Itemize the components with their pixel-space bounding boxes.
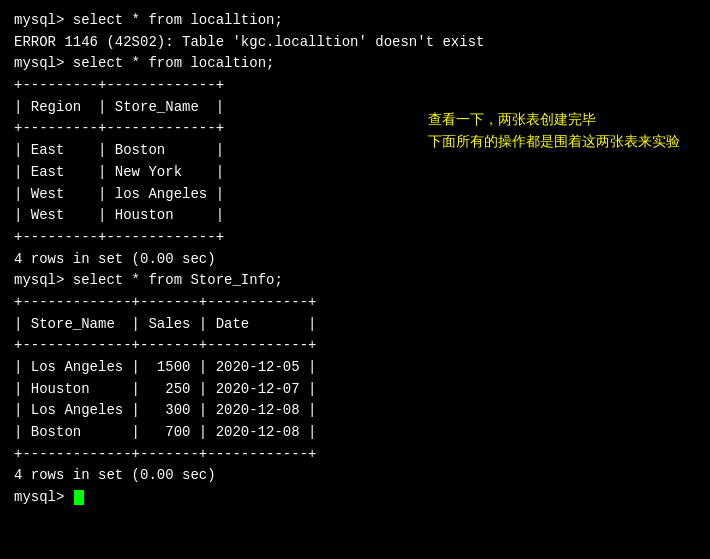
terminal-line: | Boston | 700 | 2020-12-08 |: [14, 422, 696, 444]
terminal-line: mysql> select * from localtion;: [14, 53, 696, 75]
terminal-line: +-------------+-------+------------+: [14, 292, 696, 314]
terminal-line: | Store_Name | Sales | Date |: [14, 314, 696, 336]
annotation-text: 查看一下，两张表创建完毕 下面所有的操作都是围着这两张表来实验: [428, 108, 680, 153]
terminal-line: | Los Angeles | 300 | 2020-12-08 |: [14, 400, 696, 422]
terminal-line: +---------+-------------+: [14, 227, 696, 249]
terminal-line: mysql> select * from Store_Info;: [14, 270, 696, 292]
terminal-line: | Houston | 250 | 2020-12-07 |: [14, 379, 696, 401]
terminal-line: mysql>: [14, 487, 696, 509]
terminal-line: mysql> select * from localltion;: [14, 10, 696, 32]
terminal-line: +-------------+-------+------------+: [14, 335, 696, 357]
terminal-line: 4 rows in set (0.00 sec): [14, 465, 696, 487]
terminal-line: | East | New York |: [14, 162, 696, 184]
terminal-line: 4 rows in set (0.00 sec): [14, 249, 696, 271]
cursor: [74, 490, 84, 505]
terminal-line: +---------+-------------+: [14, 75, 696, 97]
terminal-line: +-------------+-------+------------+: [14, 444, 696, 466]
terminal-line: ERROR 1146 (42S02): Table 'kgc.localltio…: [14, 32, 696, 54]
terminal-line: | West | Houston |: [14, 205, 696, 227]
terminal-line: | Los Angeles | 1500 | 2020-12-05 |: [14, 357, 696, 379]
terminal-container: mysql> select * from localltion;ERROR 11…: [14, 10, 696, 509]
terminal-line: | West | los Angeles |: [14, 184, 696, 206]
